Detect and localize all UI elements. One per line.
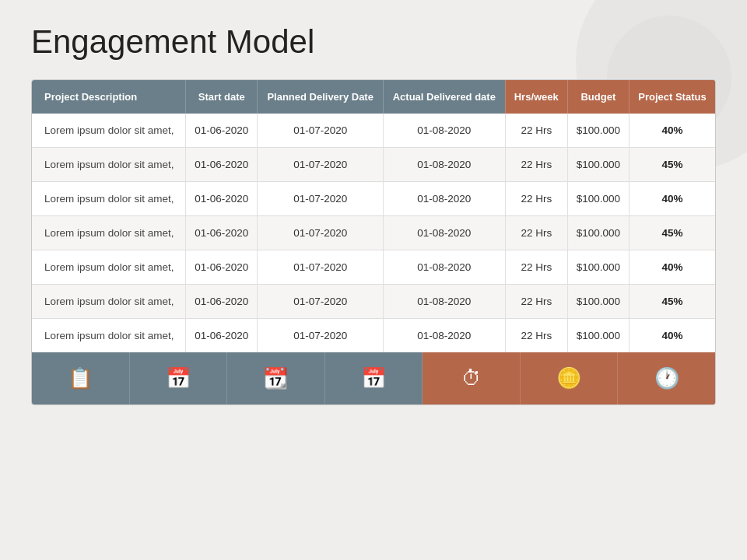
calendar-icon-2: 📆 <box>227 352 325 404</box>
engagement-table: Project DescriptionStart datePlanned Del… <box>31 79 716 405</box>
col-header-start_date: Start date <box>186 80 258 114</box>
cell-actual_delivered_date: 01-08-2020 <box>383 114 505 148</box>
cell-hrs_week: 22 Hrs <box>505 250 567 285</box>
cell-planned_delivery_date: 01-07-2020 <box>258 148 383 182</box>
cell-project_description: Lorem ipsum dolor sit amet, <box>32 285 186 319</box>
col-header-actual_delivered_date: Actual Delivered date <box>383 80 505 114</box>
cell-project_status: 40% <box>629 250 715 285</box>
table-row: Lorem ipsum dolor sit amet,01-06-202001-… <box>32 148 715 182</box>
cell-budget: $100.000 <box>567 285 629 319</box>
stopwatch-icon: ⏱ <box>423 352 521 404</box>
cell-start_date: 01-06-2020 <box>186 319 258 353</box>
icon-footer-row: 📋📅📆📅⏱🪙🕐 <box>32 352 715 404</box>
calendar-icon-1: 📅 <box>130 352 228 404</box>
cell-actual_delivered_date: 01-08-2020 <box>383 250 505 285</box>
cell-budget: $100.000 <box>567 216 629 250</box>
table-row: Lorem ipsum dolor sit amet,01-06-202001-… <box>32 182 715 216</box>
coins-icon: 🪙 <box>521 352 619 404</box>
cell-actual_delivered_date: 01-08-2020 <box>383 182 505 216</box>
col-header-budget: Budget <box>567 80 629 114</box>
cell-actual_delivered_date: 01-08-2020 <box>383 285 505 319</box>
table-row: Lorem ipsum dolor sit amet,01-06-202001-… <box>32 285 715 319</box>
cell-start_date: 01-06-2020 <box>186 182 258 216</box>
clipboard-icon: 📋 <box>32 352 130 404</box>
cell-planned_delivery_date: 01-07-2020 <box>258 250 383 285</box>
table-row: Lorem ipsum dolor sit amet,01-06-202001-… <box>32 250 715 285</box>
cell-project_status: 45% <box>629 216 715 250</box>
col-header-hrs_week: Hrs/week <box>505 80 567 114</box>
cell-project_description: Lorem ipsum dolor sit amet, <box>32 216 186 250</box>
cell-actual_delivered_date: 01-08-2020 <box>383 216 505 250</box>
cell-budget: $100.000 <box>567 319 629 353</box>
cell-project_status: 40% <box>629 319 715 353</box>
cell-hrs_week: 22 Hrs <box>505 285 567 319</box>
cell-project_description: Lorem ipsum dolor sit amet, <box>32 182 186 216</box>
cell-project_description: Lorem ipsum dolor sit amet, <box>32 250 186 285</box>
cell-planned_delivery_date: 01-07-2020 <box>258 319 383 353</box>
table-row: Lorem ipsum dolor sit amet,01-06-202001-… <box>32 319 715 353</box>
cell-planned_delivery_date: 01-07-2020 <box>258 182 383 216</box>
cell-project_description: Lorem ipsum dolor sit amet, <box>32 148 186 182</box>
cell-budget: $100.000 <box>567 250 629 285</box>
cell-project_status: 45% <box>629 285 715 319</box>
cell-actual_delivered_date: 01-08-2020 <box>383 148 505 182</box>
cell-hrs_week: 22 Hrs <box>505 182 567 216</box>
calendar-icon-3: 📅 <box>325 352 423 404</box>
table-row: Lorem ipsum dolor sit amet,01-06-202001-… <box>32 114 715 148</box>
cell-project_description: Lorem ipsum dolor sit amet, <box>32 114 186 148</box>
cell-budget: $100.000 <box>567 182 629 216</box>
cell-project_description: Lorem ipsum dolor sit amet, <box>32 319 186 353</box>
cell-planned_delivery_date: 01-07-2020 <box>258 216 383 250</box>
cell-start_date: 01-06-2020 <box>186 285 258 319</box>
cell-hrs_week: 22 Hrs <box>505 319 567 353</box>
cell-budget: $100.000 <box>567 114 629 148</box>
cell-actual_delivered_date: 01-08-2020 <box>383 319 505 353</box>
gauge-icon: 🕐 <box>618 352 715 404</box>
cell-start_date: 01-06-2020 <box>186 114 258 148</box>
cell-start_date: 01-06-2020 <box>186 250 258 285</box>
table-header: Project DescriptionStart datePlanned Del… <box>32 80 715 114</box>
cell-project_status: 40% <box>629 182 715 216</box>
cell-project_status: 45% <box>629 148 715 182</box>
cell-project_status: 40% <box>629 114 715 148</box>
page-title: Engagement Model <box>31 23 716 61</box>
cell-hrs_week: 22 Hrs <box>505 148 567 182</box>
table-body: Lorem ipsum dolor sit amet,01-06-202001-… <box>32 114 715 352</box>
col-header-project_status: Project Status <box>629 80 715 114</box>
cell-hrs_week: 22 Hrs <box>505 114 567 148</box>
cell-planned_delivery_date: 01-07-2020 <box>258 285 383 319</box>
cell-planned_delivery_date: 01-07-2020 <box>258 114 383 148</box>
col-header-project_description: Project Description <box>32 80 186 114</box>
cell-start_date: 01-06-2020 <box>186 148 258 182</box>
cell-hrs_week: 22 Hrs <box>505 216 567 250</box>
col-header-planned_delivery_date: Planned Delivery Date <box>258 80 383 114</box>
cell-start_date: 01-06-2020 <box>186 216 258 250</box>
table-row: Lorem ipsum dolor sit amet,01-06-202001-… <box>32 216 715 250</box>
cell-budget: $100.000 <box>567 148 629 182</box>
